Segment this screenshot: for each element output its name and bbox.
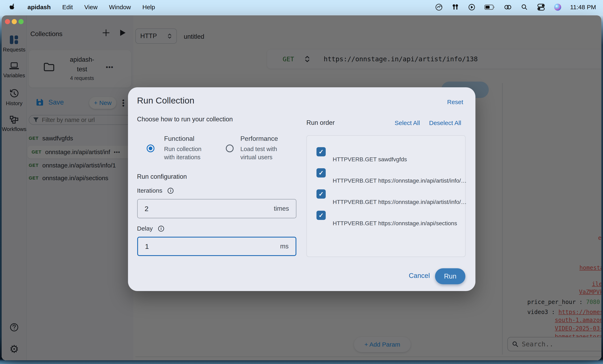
creative-cloud-icon[interactable] [435, 3, 443, 11]
battery-icon[interactable] [485, 4, 495, 10]
select-all-button[interactable]: Select All [394, 119, 420, 126]
run-button[interactable]: Run [435, 268, 465, 284]
window-close-button[interactable] [5, 19, 10, 24]
run-order-item[interactable]: HTTPVERB.GET https://onnstage.in/api/art… [333, 178, 467, 184]
run-order-item[interactable]: HTTPVERB.GET https://onnstage.in/api/art… [333, 199, 467, 205]
iterations-unit: times [274, 205, 289, 212]
run-order-label: Run order [306, 119, 335, 126]
window-zoom-button[interactable] [18, 19, 23, 24]
run-order-checkbox[interactable] [316, 147, 326, 156]
info-icon[interactable]: i [158, 226, 164, 232]
reset-button[interactable]: Reset [447, 99, 463, 105]
delay-unit: ms [280, 243, 289, 250]
functional-desc-line1: Run collection [164, 145, 201, 153]
window-minimize-button[interactable] [12, 19, 17, 24]
delay-label-row: Delay i [137, 225, 164, 232]
iterations-input[interactable] [145, 205, 274, 213]
run-order-item[interactable]: HTTPVERB.GET https://onnstage.in/api/sec… [333, 220, 457, 227]
handoff-icon[interactable] [504, 4, 512, 11]
menubar-item-view[interactable]: View [84, 4, 97, 11]
run-order-checkbox[interactable] [316, 189, 326, 199]
performance-desc-line1: Load test with [240, 145, 277, 153]
run-config-label: Run configuration [137, 173, 187, 180]
iterations-label-row: Iterations i [137, 187, 174, 194]
run-order-list: HTTPVERB.GET sawdfvgfds HTTPVERB.GET htt… [306, 135, 465, 257]
menubar-item-edit[interactable]: Edit [62, 4, 73, 11]
menubar-app-name[interactable]: apidash [27, 4, 51, 11]
delay-input[interactable] [145, 242, 280, 250]
menubar-item-window[interactable]: Window [109, 4, 131, 11]
performance-desc-line2: virtual users [240, 153, 272, 161]
spotlight-search-icon[interactable] [521, 4, 528, 11]
delay-field[interactable]: ms [137, 237, 296, 256]
functional-desc-line2: with iterations [164, 153, 200, 161]
apple-logo-icon[interactable] [10, 3, 16, 11]
menubar-item-help[interactable]: Help [142, 4, 155, 11]
control-center-icon[interactable] [537, 3, 545, 11]
macos-menu-bar: apidash Edit View Window Help 11:48 PM [0, 0, 603, 14]
run-order-checkbox[interactable] [316, 168, 326, 178]
run-order-item[interactable]: HTTPVERB.GET sawdfvgfds [333, 156, 407, 163]
cancel-button[interactable]: Cancel [409, 272, 430, 280]
menubar-clock[interactable]: 11:48 PM [570, 4, 596, 11]
info-icon[interactable]: i [168, 188, 174, 194]
performance-title[interactable]: Performance [240, 135, 278, 142]
run-order-checkbox[interactable] [316, 211, 326, 220]
airpods-icon[interactable] [452, 3, 459, 11]
siri-icon[interactable] [554, 4, 561, 11]
deselect-all-button[interactable]: Deselect All [429, 119, 461, 126]
run-collection-dialog: Run Collection Reset Choose how to run y… [128, 87, 475, 291]
performance-radio[interactable] [226, 145, 234, 152]
iterations-field[interactable]: times [137, 199, 296, 218]
functional-radio[interactable] [147, 145, 154, 152]
choose-mode-label: Choose how to run your collection [137, 116, 233, 123]
play-circle-icon[interactable] [468, 3, 475, 11]
dialog-title: Run Collection [137, 95, 195, 105]
functional-title[interactable]: Functional [164, 135, 195, 142]
